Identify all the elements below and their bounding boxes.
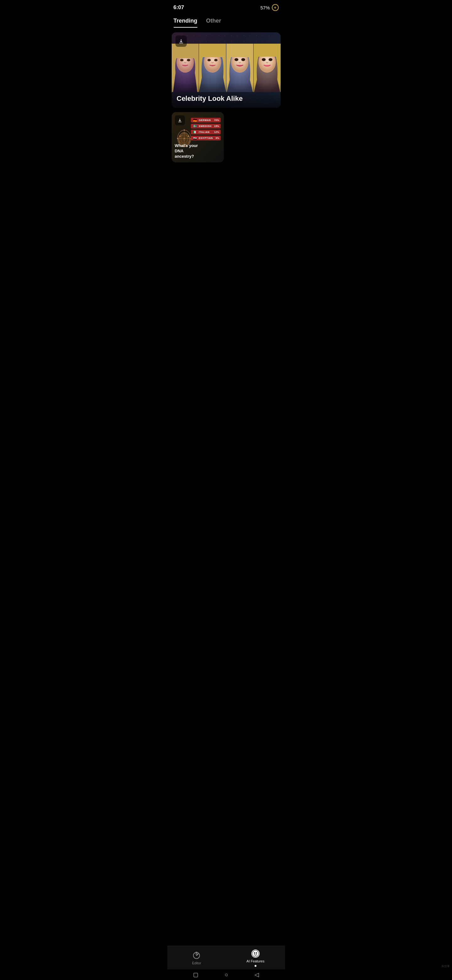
download-icon (178, 38, 184, 44)
celebrity-card[interactable]: Celebrity Look Alike (172, 32, 281, 108)
svg-point-3 (187, 59, 190, 62)
swedish-label: SWEDISH (199, 125, 213, 127)
svg-point-6 (207, 59, 211, 62)
dna-card[interactable]: 🇩🇪 GERMAN 70% 🇸🇪 SWEDISH 15% 🇮🇹 ITALIAN … (172, 112, 224, 162)
egyptian-label: EGYPTIAN (199, 137, 214, 140)
svg-point-11 (241, 58, 245, 61)
dna-card-title: What's your DNA ancestry? (175, 143, 200, 159)
dna-download-button[interactable] (175, 115, 185, 125)
celebrity-download-button[interactable] (176, 35, 187, 47)
italian-label: ITALIAN (199, 130, 213, 134)
cards-row: 🇩🇪 GERMAN 70% 🇸🇪 SWEDISH 15% 🇮🇹 ITALIAN … (172, 112, 281, 162)
celebrity-card-title: Celebrity Look Alike (177, 95, 243, 103)
content-area: Celebrity Look Alike (167, 27, 285, 167)
german-percent: 70% (214, 119, 219, 122)
dna-stats-list: 🇩🇪 GERMAN 70% 🇸🇪 SWEDISH 15% 🇮🇹 ITALIAN … (191, 118, 220, 140)
dna-stat-egyptian: 🇪🇬 EGYPTIAN 3% (191, 136, 220, 140)
svg-point-28 (184, 130, 185, 130)
german-flag: 🇩🇪 (192, 118, 197, 122)
status-bar: 6:07 57% + (167, 0, 285, 14)
svg-point-14 (262, 58, 266, 61)
dna-stat-swedish: 🇸🇪 SWEDISH 15% (191, 124, 220, 129)
dna-stat-german: 🇩🇪 GERMAN 70% (191, 118, 220, 123)
tab-other[interactable]: Other (206, 15, 221, 27)
tab-bar-top: Trending Other (167, 14, 285, 27)
german-label: GERMAN (199, 119, 213, 122)
tab-trending[interactable]: Trending (174, 15, 197, 27)
status-right: 57% + (260, 4, 278, 11)
egyptian-percent: 3% (215, 137, 219, 140)
italian-flag: 🇮🇹 (192, 130, 197, 134)
svg-point-7 (214, 59, 217, 62)
swedish-flag: 🇸🇪 (192, 124, 197, 128)
dna-download-icon (178, 118, 182, 123)
swedish-percent: 15% (214, 125, 219, 127)
egyptian-flag: 🇪🇬 (192, 136, 197, 140)
dna-stat-italian: 🇮🇹 ITALIAN 12% (191, 130, 220, 134)
battery-percentage: 57% (260, 5, 270, 10)
svg-point-31 (177, 138, 178, 139)
svg-point-2 (180, 59, 183, 62)
italian-percent: 12% (214, 130, 219, 134)
svg-point-15 (268, 58, 272, 61)
svg-point-10 (235, 58, 238, 61)
status-time: 6:07 (174, 5, 184, 11)
battery-icon: + (272, 4, 279, 11)
